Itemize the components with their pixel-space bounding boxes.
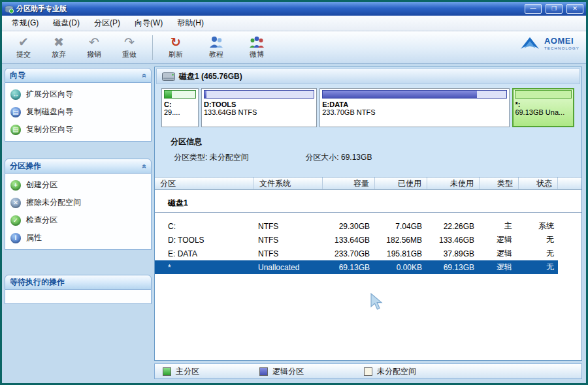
cell-status: 无 xyxy=(519,248,558,259)
partition-bar: C: 29.... D:TOOLS 133.64GB NTFS xyxy=(155,85,581,129)
maximize-button[interactable]: ❐ xyxy=(546,4,563,14)
minimize-button[interactable]: — xyxy=(525,4,542,14)
partition-usage-strip xyxy=(322,90,507,99)
sidebar-item-wipe-unallocated[interactable]: ✕ 擦除未分配空间 xyxy=(10,197,146,208)
sidebar-item-check-partition[interactable]: ✓ 检查分区 xyxy=(10,215,146,226)
column-header-partition[interactable]: 分区 xyxy=(155,177,254,189)
disk-header-label: 磁盘1 (465.76GB) xyxy=(179,71,242,82)
undo-button[interactable]: ↶ 撤销 xyxy=(76,33,112,62)
tutorial-label: 教程 xyxy=(209,50,223,59)
menu-partition[interactable]: 分区(P) xyxy=(87,15,127,31)
cell-capacity: 29.30GB xyxy=(323,222,375,231)
tutorial-button[interactable]: 教程 xyxy=(199,33,234,62)
cell-unused: 22.26GB xyxy=(427,222,480,231)
cell-partition: C: xyxy=(155,222,254,231)
pending-operations-section: 等待执行的操作 xyxy=(5,275,152,304)
collapse-chevron-icon[interactable]: » xyxy=(140,164,149,168)
sidebar-item-create-partition[interactable]: + 创建分区 xyxy=(10,179,146,191)
cell-status: 系统 xyxy=(519,221,558,232)
partition-usage-strip xyxy=(164,90,196,99)
partition-ops-section-header[interactable]: 分区操作 » xyxy=(5,159,152,174)
logical-partition-swatch xyxy=(259,367,268,376)
wizards-section: 向导 » ↔ 扩展分区向导 ▤ 复制磁盘向导 ▤ 复制分区向导 xyxy=(5,68,152,142)
collapse-chevron-icon[interactable]: » xyxy=(140,73,149,78)
cell-capacity: 233.70GB xyxy=(323,249,375,258)
cell-unused: 133.46GB xyxy=(427,236,480,245)
submit-icon: ✔ xyxy=(18,35,29,50)
partition-usage-strip xyxy=(204,90,314,99)
main-area: 磁盘1 (465.76GB) C: 29.... D:TOO xyxy=(154,67,582,379)
discard-button[interactable]: ✖ 放弃 xyxy=(41,33,76,62)
partition-name: E:DATA xyxy=(322,100,507,108)
partition-block-c[interactable]: C: 29.... xyxy=(161,88,199,127)
cell-used: 195.81GB xyxy=(375,249,427,258)
unallocated-space-swatch xyxy=(364,367,372,376)
refresh-button[interactable]: ↻ 刷新 xyxy=(158,33,193,62)
refresh-icon: ↻ xyxy=(171,35,181,50)
column-header-used[interactable]: 已使用 xyxy=(375,177,427,189)
partition-ops-section-body: + 创建分区 ✕ 擦除未分配空间 ✓ 检查分区 i 属性 xyxy=(5,174,152,250)
check-partition-icon: ✓ xyxy=(10,215,21,226)
menu-wizard[interactable]: 向导(W) xyxy=(127,15,170,31)
sidebar-item-properties[interactable]: i 属性 xyxy=(10,232,146,243)
discard-icon: ✖ xyxy=(54,35,64,50)
menu-help[interactable]: 帮助(H) xyxy=(170,15,211,31)
table-row-e[interactable]: E: DATA NTFS 233.70GB 195.81GB 37.89GB 逻… xyxy=(155,247,558,260)
menu-general[interactable]: 常规(G) xyxy=(5,15,46,31)
legend-label: 主分区 xyxy=(176,366,199,377)
toolbar-separator xyxy=(152,35,153,60)
table-row-d[interactable]: D: TOOLS NTFS 133.64GB 182.56MB 133.46GB… xyxy=(155,233,558,247)
cell-used: 7.04GB xyxy=(375,222,427,231)
app-window: 分区助手专业版 — ❐ ✕ 常规(G) 磁盘(D) 分区(P) 向导(W) 帮助… xyxy=(0,0,588,385)
cell-filesystem: Unallocated xyxy=(254,263,323,272)
submit-button[interactable]: ✔ 提交 xyxy=(6,33,41,62)
weibo-label: 微博 xyxy=(250,50,264,59)
sidebar-item-copy-partition-wizard[interactable]: ▤ 复制分区向导 xyxy=(10,124,146,135)
sidebar-item-label: 检查分区 xyxy=(26,215,57,226)
brand-subtitle: TECHNOLOGY xyxy=(544,46,580,50)
table-row-c[interactable]: C: NTFS 29.30GB 7.04GB 22.26GB 主 系统 xyxy=(155,219,558,233)
create-partition-icon: + xyxy=(10,180,21,191)
column-header-unused[interactable]: 未使用 xyxy=(427,177,480,189)
sidebar-item-extend-partition-wizard[interactable]: ↔ 扩展分区向导 xyxy=(10,89,146,100)
properties-icon: i xyxy=(10,233,21,243)
table-rows: C: NTFS 29.30GB 7.04GB 22.26GB 主 系统 D: T… xyxy=(155,219,581,274)
column-header-status[interactable]: 状态 xyxy=(519,177,558,189)
aomei-logo-icon xyxy=(519,35,541,51)
copy-partition-wizard-icon: ▤ xyxy=(10,125,21,135)
partition-name: *: xyxy=(515,100,572,108)
sidebar-item-label: 复制磁盘向导 xyxy=(26,106,73,117)
partition-block-e[interactable]: E:DATA 233.70GB NTFS xyxy=(319,88,510,127)
column-header-filesystem[interactable]: 文件系统 xyxy=(254,177,323,189)
primary-partition-swatch xyxy=(163,367,171,376)
partition-ops-section-title: 分区操作 xyxy=(10,161,41,172)
app-icon xyxy=(5,5,14,14)
partition-detail: 233.70GB NTFS xyxy=(322,108,507,116)
wizards-section-header[interactable]: 向导 » xyxy=(5,68,152,83)
partition-block-d[interactable]: D:TOOLS 133.64GB NTFS xyxy=(201,88,317,127)
partition-info-title: 分区信息 xyxy=(171,136,581,147)
partition-info: 分区信息 分区类型: 未分配空间 分区大小: 69.13GB xyxy=(171,136,581,170)
menu-disk[interactable]: 磁盘(D) xyxy=(46,15,87,31)
sidebar-item-label: 扩展分区向导 xyxy=(26,89,73,100)
redo-label: 重做 xyxy=(122,50,137,59)
sidebar-item-label: 擦除未分配空间 xyxy=(26,197,81,208)
weibo-icon xyxy=(249,35,265,50)
column-header-capacity[interactable]: 容量 xyxy=(323,177,375,189)
sidebar-item-copy-disk-wizard[interactable]: ▤ 复制磁盘向导 xyxy=(10,106,146,117)
weibo-button[interactable]: 微博 xyxy=(239,33,274,62)
partition-block-unallocated[interactable]: *: 69.13GB Una... xyxy=(512,88,574,127)
menubar: 常规(G) 磁盘(D) 分区(P) 向导(W) 帮助(H) xyxy=(2,16,586,31)
cell-status: 无 xyxy=(519,234,558,245)
pending-operations-title: 等待执行的操作 xyxy=(10,277,65,288)
column-header-type[interactable]: 类型 xyxy=(480,177,519,189)
disk-group-row: 磁盘1 xyxy=(155,190,581,213)
aomei-logo: AOMEI TECHNOLOGY xyxy=(519,35,580,51)
sidebar-item-label: 属性 xyxy=(26,232,42,243)
wipe-unallocated-icon: ✕ xyxy=(10,198,21,208)
close-button[interactable]: ✕ xyxy=(566,4,583,14)
undo-label: 撤销 xyxy=(87,50,101,59)
table-row-unallocated-selected[interactable]: * Unallocated 69.13GB 0.00KB 69.13GB 逻辑 … xyxy=(155,260,558,274)
cell-capacity: 69.13GB xyxy=(323,263,375,272)
redo-button[interactable]: ↷ 重做 xyxy=(112,33,147,62)
